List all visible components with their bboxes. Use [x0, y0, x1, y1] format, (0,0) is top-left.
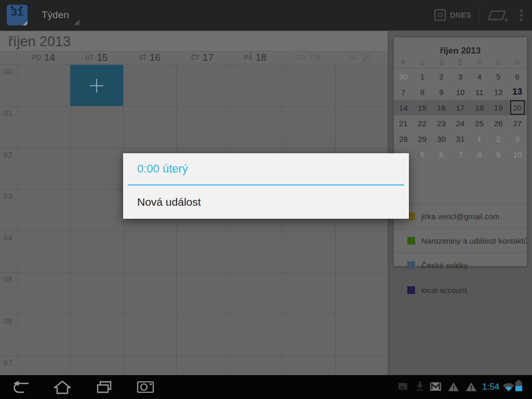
grid-vertical-line — [17, 64, 18, 375]
grid-vertical-line — [282, 64, 283, 375]
mini-day-6[interactable]: 6 — [432, 150, 451, 159]
hour-label: 04 — [4, 234, 13, 242]
back-button[interactable] — [4, 375, 37, 399]
day-header-ne[interactable]: NE20 — [335, 51, 388, 64]
mini-weekday-letter: P — [394, 59, 413, 66]
mini-day-23[interactable]: 23 — [432, 119, 451, 128]
mini-day-21[interactable]: 21 — [394, 119, 413, 128]
today-button-label: DNES — [450, 11, 471, 19]
battery-icon — [515, 382, 522, 391]
mini-day-9[interactable]: 9 — [489, 150, 508, 159]
today-button[interactable]: 13 DNES — [427, 0, 478, 30]
calendar-list-item[interactable]: Narozeniny a události kontaktů — [394, 229, 527, 253]
mini-day-7[interactable]: 7 — [394, 88, 413, 97]
mini-day-13[interactable]: 13 — [508, 87, 527, 97]
mini-week-row: 30123456 — [394, 69, 527, 84]
day-header-abbr: PÁ — [244, 54, 252, 61]
day-header-po[interactable]: PO14 — [17, 51, 70, 64]
mini-day-27[interactable]: 27 — [508, 119, 527, 128]
mini-day-22[interactable]: 22 — [413, 119, 432, 128]
mini-day-30[interactable]: 30 — [394, 72, 413, 81]
mini-day-25[interactable]: 25 — [470, 119, 489, 128]
spinner-caret-icon — [74, 19, 79, 25]
mini-day-18[interactable]: 18 — [470, 103, 489, 112]
day-header-pá[interactable]: PÁ18 — [229, 51, 282, 64]
mini-day-5[interactable]: 5 — [489, 72, 508, 81]
home-button[interactable] — [46, 375, 79, 399]
mini-day-10[interactable]: 10 — [451, 88, 470, 97]
week-view-month-title: říjen 2013 — [0, 31, 388, 52]
calendar-list-item[interactable]: jirka.vencl@gmail.com — [394, 204, 527, 229]
day-header-num: 20 — [362, 52, 373, 63]
mini-day-29[interactable]: 29 — [413, 135, 432, 143]
mini-day-14[interactable]: 14 — [394, 103, 413, 112]
day-header-num: 14 — [44, 52, 55, 63]
mini-day-15[interactable]: 15 — [413, 103, 432, 112]
mini-day-16[interactable]: 16 — [432, 103, 451, 112]
mini-day-20[interactable]: 20 — [508, 100, 527, 115]
dialog-new-event-item[interactable]: Nová událost — [123, 185, 409, 219]
mini-day-1[interactable]: 1 — [470, 135, 489, 143]
mini-day-6[interactable]: 6 — [508, 72, 527, 81]
calendar-label: Narozeniny a události kontaktů — [421, 236, 527, 245]
screenshot-button[interactable] — [129, 375, 162, 399]
warning-notification-icon — [466, 382, 477, 394]
wifi-icon — [502, 382, 515, 394]
grid-vertical-line — [229, 64, 230, 375]
mini-day-12[interactable]: 12 — [489, 88, 508, 97]
day-header-num: 18 — [256, 52, 267, 63]
day-header-so[interactable]: SO19 — [282, 51, 335, 64]
selected-time-cell[interactable] — [70, 65, 123, 106]
calendar-app-icon[interactable]: 31 — [7, 5, 28, 25]
mini-weekday-letter: N — [508, 59, 527, 66]
overflow-menu-button[interactable] — [515, 0, 532, 30]
day-header-abbr: NE — [350, 54, 358, 61]
calendar-color-swatch — [407, 261, 415, 269]
mini-day-10[interactable]: 10 — [508, 150, 527, 159]
mini-day-9[interactable]: 9 — [432, 88, 451, 97]
mini-weekday-letter: Č — [451, 59, 470, 66]
mini-day-26[interactable]: 26 — [489, 119, 508, 128]
grid-vertical-line — [176, 64, 177, 375]
calendar-list-item[interactable]: České svátky — [394, 253, 527, 277]
grid-horizontal-line — [0, 314, 388, 314]
mini-day-3[interactable]: 3 — [508, 135, 527, 143]
mini-week-row: 45678910 — [394, 147, 527, 162]
mini-weekday-letter: Ú — [413, 59, 432, 66]
day-header-čt[interactable]: ČT17 — [176, 51, 229, 64]
mini-day-3[interactable]: 3 — [451, 72, 470, 81]
mini-day-24[interactable]: 24 — [451, 119, 470, 128]
day-header-row: PO14ÚT15ST16ČT17PÁ18SO19NE20 — [0, 51, 388, 64]
mini-day-7[interactable]: 7 — [451, 150, 470, 159]
mini-day-4[interactable]: 4 — [470, 72, 489, 81]
warning-notification-icon — [448, 382, 459, 394]
calendar-list-item[interactable]: local account — [394, 277, 527, 302]
mini-day-19[interactable]: 19 — [489, 103, 508, 112]
mini-day-17[interactable]: 17 — [451, 103, 470, 112]
mini-week-row: 28293031123 — [394, 131, 527, 147]
view-mode-selector[interactable]: Týden — [42, 0, 69, 30]
recents-button[interactable] — [87, 375, 121, 399]
mini-day-8[interactable]: 8 — [470, 150, 489, 159]
mini-day-8[interactable]: 8 — [413, 88, 432, 97]
add-event-plus-icon — [90, 79, 103, 92]
hour-label: 00 — [4, 68, 13, 76]
mini-day-1[interactable]: 1 — [413, 72, 432, 81]
mini-day-2[interactable]: 2 — [489, 135, 508, 143]
day-header-num: 15 — [97, 52, 108, 63]
new-event-button[interactable]: + — [479, 0, 515, 30]
hour-label: 02 — [4, 151, 13, 159]
mini-day-2[interactable]: 2 — [432, 72, 451, 81]
mini-day-31[interactable]: 31 — [451, 135, 470, 143]
mini-day-5[interactable]: 5 — [413, 150, 432, 159]
mini-weekday-letter: S — [489, 59, 508, 66]
mini-day-30[interactable]: 30 — [432, 135, 451, 143]
mini-day-28[interactable]: 28 — [394, 135, 413, 143]
grid-vertical-line — [70, 64, 71, 375]
day-header-út[interactable]: ÚT15 — [70, 51, 123, 64]
view-mode-label: Týden — [42, 9, 69, 21]
day-header-abbr: SO — [297, 54, 305, 61]
week-grid[interactable]: 0001020304050607 — [0, 64, 388, 375]
mini-day-11[interactable]: 11 — [470, 88, 489, 97]
day-header-st[interactable]: ST16 — [123, 51, 176, 64]
